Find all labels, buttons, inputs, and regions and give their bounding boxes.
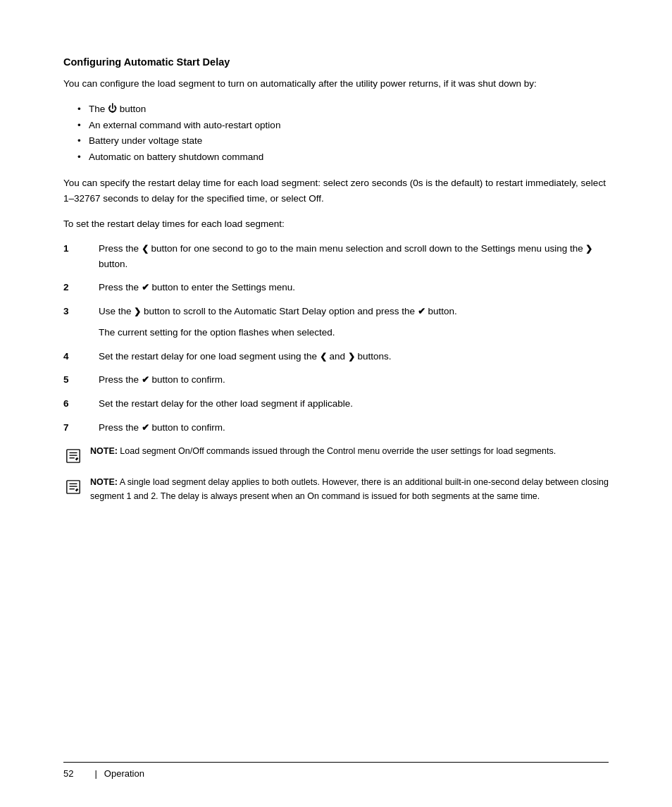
check-icon: ✔ xyxy=(142,282,149,292)
step-7: 7 Press the ✔ button to confirm. xyxy=(63,420,609,436)
note-block-2: NOTE: A single load segment delay applie… xyxy=(63,476,609,503)
page-content: Configuring Automatic Start Delay You ca… xyxy=(0,0,672,807)
step-number: 5 xyxy=(63,372,85,388)
note-icon-1 xyxy=(63,446,83,466)
step-number: 1 xyxy=(63,241,85,257)
list-item: The ⏻ button xyxy=(77,101,609,118)
note-text-2: NOTE: A single load segment delay applie… xyxy=(90,476,609,503)
left-arrow-icon: ❮ xyxy=(142,244,149,254)
left-arrow-icon: ❮ xyxy=(320,351,327,361)
step-5: 5 Press the ✔ button to confirm. xyxy=(63,372,609,388)
list-item: Automatic on battery shutdown command xyxy=(77,149,609,166)
note-icon-2 xyxy=(63,477,83,497)
step-number: 3 xyxy=(63,304,85,319)
step-content: Press the ✔ button to confirm. xyxy=(85,420,609,436)
body-text-1: You can specify the restart delay time f… xyxy=(63,175,609,206)
step-content: Set the restart delay for one load segme… xyxy=(85,349,609,364)
bullet-list: The ⏻ button An external command with au… xyxy=(77,101,609,166)
section-title: Configuring Automatic Start Delay xyxy=(63,56,609,68)
note-label: NOTE: xyxy=(90,446,118,456)
step-3-sub: The current setting for the option flash… xyxy=(63,325,609,340)
right-arrow-icon: ❯ xyxy=(348,351,355,361)
check-icon: ✔ xyxy=(142,374,149,385)
step-content: Press the ✔ button to confirm. xyxy=(85,372,609,388)
body-text-2: To set the restart delay times for each … xyxy=(63,216,609,232)
step-number: 4 xyxy=(63,349,85,364)
note-label-2: NOTE: xyxy=(90,477,118,487)
step-4: 4 Set the restart delay for one load seg… xyxy=(63,349,609,364)
footer-chapter: Operation xyxy=(104,768,144,779)
step-3: 3 Use the ❯ button to scroll to the Auto… xyxy=(63,304,609,319)
pencil-note-icon-2 xyxy=(66,479,81,495)
footer-page-number: 52 xyxy=(63,768,73,779)
check-icon: ✔ xyxy=(418,306,425,316)
step-content: Press the ✔ button to enter the Settings… xyxy=(85,280,609,295)
steps-container: 1 Press the ❮ button for one second to g… xyxy=(63,241,609,435)
note-block-1: NOTE: Load segment On/Off commands issue… xyxy=(63,445,609,466)
footer-separator: | xyxy=(94,768,97,779)
svg-rect-4 xyxy=(67,481,80,493)
pencil-note-icon xyxy=(66,448,81,464)
svg-rect-0 xyxy=(67,450,80,462)
step-content: Press the ❮ button for one second to go … xyxy=(85,241,609,271)
check-icon: ✔ xyxy=(142,422,149,433)
step-2: 2 Press the ✔ button to enter the Settin… xyxy=(63,280,609,295)
right-arrow-icon: ❯ xyxy=(134,307,141,316)
power-icon: ⏻ xyxy=(108,101,117,116)
page-footer: 52 | Operation xyxy=(63,762,609,779)
step-number: 6 xyxy=(63,396,85,412)
right-arrow-icon: ❯ xyxy=(585,244,592,254)
step-number: 2 xyxy=(63,280,85,295)
step-content: Set the restart delay for the other load… xyxy=(85,396,609,412)
note-text-1: NOTE: Load segment On/Off commands issue… xyxy=(90,445,556,458)
step-number: 7 xyxy=(63,420,85,436)
step-1: 1 Press the ❮ button for one second to g… xyxy=(63,241,609,271)
list-item: An external command with auto-restart op… xyxy=(77,118,609,134)
step-6: 6 Set the restart delay for the other lo… xyxy=(63,396,609,412)
list-item: Battery under voltage state xyxy=(77,133,609,149)
intro-text: You can configure the load segment to tu… xyxy=(63,76,609,92)
step-content: Use the ❯ button to scroll to the Automa… xyxy=(85,304,609,319)
